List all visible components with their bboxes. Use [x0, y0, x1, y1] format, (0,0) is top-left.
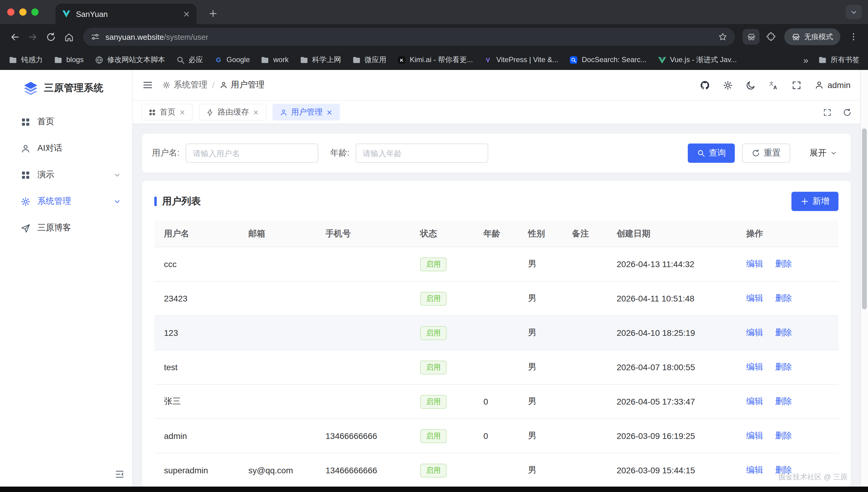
delete-link[interactable]: 删除	[775, 327, 792, 337]
page-tab[interactable]: 用户管理	[273, 104, 340, 121]
pinned-extension-button[interactable]	[743, 29, 760, 45]
cell-username: 张三	[154, 396, 239, 407]
page-content: 用户名: 年龄: 查询 重置 展开	[133, 124, 860, 487]
tab-close-icon[interactable]	[326, 109, 333, 116]
breadcrumb-item-user[interactable]: 用户管理	[220, 80, 264, 91]
delete-link[interactable]: 删除	[775, 465, 792, 474]
minimize-window-button[interactable]	[19, 8, 27, 16]
maximize-window-button[interactable]	[31, 8, 39, 16]
reset-button[interactable]: 重置	[742, 144, 790, 163]
tabbar-tools	[814, 107, 852, 117]
sidebar-item[interactable]: 系统管理	[0, 188, 132, 215]
bolt-icon	[206, 108, 214, 116]
bookmark-item[interactable]: work	[261, 55, 289, 64]
github-icon[interactable]	[700, 80, 710, 90]
table-row[interactable]: ccc 启用 男 2026-04-13 11:44:32 编辑	[154, 247, 839, 281]
edit-link[interactable]: 编辑	[746, 293, 763, 303]
query-button[interactable]: 查询	[688, 144, 735, 163]
bookmarks-overflow-button[interactable]: »	[803, 55, 808, 64]
bookmark-label: VitePress | Vite &...	[496, 55, 558, 64]
bookmark-item[interactable]: 微应用	[352, 54, 386, 65]
username-input[interactable]	[186, 144, 318, 163]
bookmark-item[interactable]: 必应	[176, 54, 203, 65]
cell-username: ccc	[154, 259, 239, 269]
new-tab-button[interactable]	[205, 5, 221, 21]
extensions-button[interactable]	[763, 28, 780, 45]
dark-mode-moon-icon[interactable]	[746, 80, 756, 90]
sidebar-item[interactable]: 首页	[0, 108, 132, 135]
collapse-sidebar-icon[interactable]	[114, 469, 125, 479]
tab-close-icon[interactable]	[183, 10, 190, 18]
page-scrollbar[interactable]	[860, 70, 868, 487]
delete-link[interactable]: 删除	[775, 396, 792, 406]
bookmark-item[interactable]: 修改网站文本脚本	[94, 54, 165, 65]
lens-icon	[746, 32, 756, 41]
table-header-cell: 性别	[518, 228, 562, 239]
refresh-page-icon[interactable]	[843, 107, 852, 117]
edit-link[interactable]: 编辑	[746, 396, 763, 406]
table-row[interactable]: 23423 启用 男 2026-04-11 10:51:48 编辑	[154, 281, 839, 316]
back-button[interactable]	[6, 28, 23, 45]
docsearch-icon	[569, 55, 578, 64]
user-menu[interactable]: admin	[814, 80, 850, 90]
edit-link[interactable]: 编辑	[746, 430, 763, 440]
expand-button[interactable]: 展开	[806, 144, 841, 163]
app-title: 三原管理系统	[44, 82, 104, 94]
delete-link[interactable]: 删除	[775, 259, 792, 268]
bookmark-item[interactable]: Vue.js - 渐进式 Jav...	[657, 54, 737, 65]
content-fullscreen-icon[interactable]	[823, 107, 832, 117]
browser-menu-button[interactable]	[845, 28, 862, 45]
incognito-label: 无痕模式	[804, 32, 833, 42]
table-row[interactable]: 张三 启用 0 男 2026-04-05 17:33:47 编辑	[154, 385, 839, 419]
home-button[interactable]	[60, 28, 77, 45]
cell-gender: 男	[518, 396, 562, 407]
tab-close-icon[interactable]	[179, 109, 186, 116]
page-tab[interactable]: 首页	[141, 104, 193, 121]
browser-tab[interactable]: SanYuan	[55, 4, 197, 24]
tab-search-button[interactable]	[846, 5, 862, 19]
cell-created-date: 2026-04-11 10:51:48	[607, 294, 737, 303]
delete-link[interactable]: 删除	[775, 293, 792, 303]
breadcrumb-separator: /	[212, 80, 214, 90]
all-bookmarks-label: 所有书签	[831, 54, 860, 65]
age-input[interactable]	[356, 144, 488, 163]
hamburger-menu-button[interactable]	[142, 80, 153, 91]
bookmark-item[interactable]: Kimi.ai - 帮你看更...	[397, 54, 473, 65]
sidebar-item[interactable]: AI对话	[0, 135, 132, 162]
scrollbar-thumb[interactable]	[862, 128, 867, 309]
table-row[interactable]: superadmin sy@qq.com 13466666666 启用 男 20…	[154, 453, 839, 487]
all-bookmarks-button[interactable]: 所有书签	[818, 54, 860, 65]
translate-icon[interactable]	[769, 80, 779, 90]
add-user-button[interactable]: 新增	[791, 192, 839, 211]
layers-logo-icon	[23, 80, 39, 96]
bookmark-item[interactable]: Google	[214, 55, 250, 64]
site-settings-icon[interactable]	[91, 32, 100, 42]
sidebar-item[interactable]: 三原博客	[0, 215, 132, 241]
bookmark-item[interactable]: 钝感力	[8, 54, 43, 65]
sidebar-item[interactable]: 演示	[0, 162, 132, 188]
page-tab[interactable]: 路由缓存	[199, 104, 266, 121]
breadcrumb-item-system[interactable]: 系统管理	[162, 80, 207, 91]
edit-link[interactable]: 编辑	[746, 362, 763, 371]
delete-link[interactable]: 删除	[775, 362, 792, 371]
table-row[interactable]: test 启用 男 2026-04-07 18:00:55 编辑	[154, 350, 839, 385]
delete-link[interactable]: 删除	[775, 430, 792, 440]
bookmark-item[interactable]: 科学上网	[299, 54, 341, 65]
tab-close-icon[interactable]	[253, 109, 259, 116]
bookmark-item[interactable]: blogs	[54, 55, 83, 64]
edit-link[interactable]: 编辑	[746, 465, 763, 474]
table-row[interactable]: admin 13466666666 启用 0 男 2026-03-09 16:1…	[154, 419, 839, 453]
edit-link[interactable]: 编辑	[746, 327, 763, 337]
close-window-button[interactable]	[7, 8, 15, 16]
edit-link[interactable]: 编辑	[746, 259, 763, 268]
bookmark-item[interactable]: VitePress | Vite &...	[484, 55, 558, 64]
table-row[interactable]: 123 启用 男 2026-04-10 18:25:19 编辑	[154, 316, 839, 350]
bookmark-item[interactable]: DocSearch: Searc...	[569, 55, 646, 64]
forward-button[interactable]	[24, 28, 41, 45]
address-bar[interactable]: sanyuan.website/system/user	[83, 28, 735, 46]
url-host: sanyuan.website	[105, 32, 164, 41]
settings-gear-icon[interactable]	[723, 80, 733, 90]
fullscreen-icon[interactable]	[791, 80, 802, 90]
reload-button[interactable]	[42, 28, 59, 45]
bookmark-star-icon[interactable]	[718, 32, 727, 42]
